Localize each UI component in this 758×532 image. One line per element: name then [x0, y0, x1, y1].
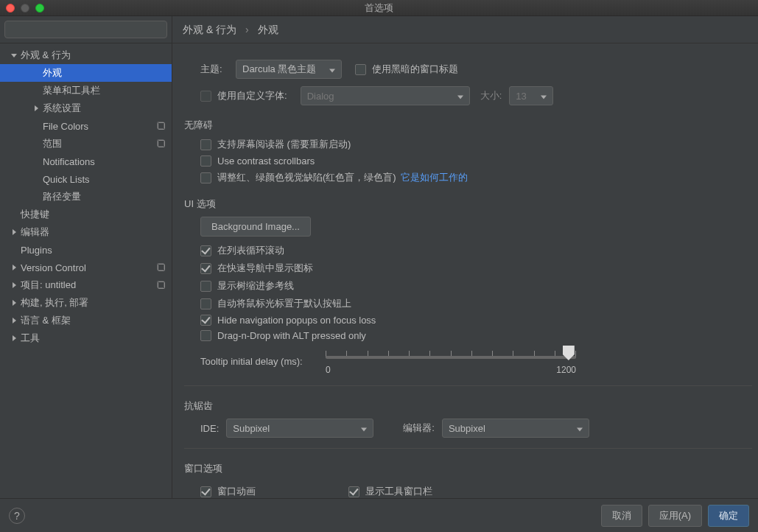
animate-windows-checkbox[interactable]	[200, 486, 211, 497]
sidebar-item-label: 系统设置	[43, 102, 172, 115]
color-deficiency-checkbox[interactable]	[200, 172, 211, 183]
theme-select-value: Darcula 黑色主题	[242, 63, 316, 76]
dark-title-checkbox[interactable]	[355, 64, 366, 75]
sidebar-item-label: 路径变量	[43, 190, 172, 203]
sidebar-item-label: Version Control	[21, 262, 157, 273]
background-image-button[interactable]: Background Image...	[200, 217, 311, 237]
titlebar: 首选项	[0, 0, 758, 16]
chevron-down-icon	[10, 52, 18, 59]
sidebar-item-label: 项目: untitled	[21, 279, 157, 292]
close-window-button[interactable]	[6, 4, 15, 13]
sidebar-item-5[interactable]: 范围	[0, 135, 172, 153]
breadcrumb-root[interactable]: 外观 & 行为	[183, 24, 236, 35]
sidebar-item-3[interactable]: 系统设置	[0, 99, 172, 117]
tree-indent-checkbox[interactable]	[200, 281, 211, 292]
editor-aa-value: Subpixel	[449, 423, 485, 434]
dark-title-label: 使用黑暗的窗口标题	[372, 63, 458, 76]
font-size-field[interactable]: 13	[509, 86, 553, 105]
editor-aa-label: 编辑器:	[403, 421, 435, 435]
sidebar-item-12[interactable]: Version Control	[0, 259, 172, 276]
dialog-footer: ? 取消 应用(A) 确定	[0, 498, 758, 532]
maximize-window-button[interactable]	[35, 4, 44, 13]
auto-cursor-checkbox[interactable]	[200, 298, 211, 309]
breadcrumb: 外观 & 行为 › 外观	[172, 16, 758, 43]
sidebar-item-label: 构建, 执行, 部署	[21, 296, 172, 309]
hide-popups-label: Hide navigation popups on focus loss	[217, 315, 376, 326]
minimize-window-button[interactable]	[21, 4, 29, 13]
sidebar-item-0[interactable]: 外观 & 行为	[0, 46, 172, 64]
tree-indent-label: 显示树缩进参考线	[217, 279, 294, 293]
font-family-select[interactable]: Dialog	[301, 86, 470, 105]
ide-aa-value: Subpixel	[233, 423, 270, 434]
custom-font-label: 使用自定义字体:	[217, 89, 287, 102]
chevron-right-icon	[10, 228, 18, 236]
editor-aa-select[interactable]: Subpixel	[442, 419, 589, 438]
dnd-alt-checkbox[interactable]	[200, 330, 211, 341]
toolbar-label: 显示工具窗口栏	[365, 485, 432, 498]
custom-font-checkbox[interactable]	[200, 91, 211, 102]
chevron-down-icon	[361, 423, 367, 434]
project-scope-icon	[157, 139, 167, 148]
chevron-right-icon	[32, 105, 40, 112]
screen-reader-label: 支持屏幕阅读器 (需要重新启动)	[217, 138, 351, 151]
font-size-value: 13	[516, 91, 526, 102]
how-it-works-link[interactable]: 它是如何工作的	[401, 171, 468, 184]
sidebar-item-8[interactable]: 路径变量	[0, 188, 172, 206]
sidebar-item-label: Quick Lists	[43, 174, 172, 185]
sidebar-item-14[interactable]: 构建, 执行, 部署	[0, 294, 172, 312]
theme-select[interactable]: Darcula 黑色主题	[236, 60, 342, 79]
sidebar-item-10[interactable]: 编辑器	[0, 223, 172, 241]
sidebar-item-6[interactable]: Notifications	[0, 153, 172, 170]
cyclic-list-label: 在列表循环滚动	[217, 244, 284, 257]
animate-windows-label: 窗口动画	[217, 485, 256, 498]
contrast-scrollbars-label: Use contrast scrollbars	[217, 155, 315, 167]
toolbar-checkbox[interactable]	[348, 486, 359, 497]
theme-label: 主题:	[200, 63, 227, 76]
settings-content[interactable]: 主题: Darcula 黑色主题 使用黑暗的窗口标题 使用自定义字体: Dial…	[172, 43, 758, 498]
sidebar-item-9[interactable]: 快捷键	[0, 206, 172, 223]
sidebar-item-1[interactable]: 外观	[0, 64, 172, 82]
sidebar-item-11[interactable]: Plugins	[0, 241, 172, 259]
dnd-alt-label: Drag-n-Drop with ALT pressed only	[217, 330, 366, 341]
screen-reader-checkbox[interactable]	[200, 139, 211, 150]
sidebar-item-13[interactable]: 项目: untitled	[0, 276, 172, 294]
ide-aa-select[interactable]: Subpixel	[226, 419, 373, 438]
sidebar-item-label: File Colors	[43, 121, 157, 132]
chevron-down-icon	[577, 423, 583, 434]
project-scope-icon	[157, 263, 167, 272]
ok-button[interactable]: 确定	[708, 505, 749, 527]
breadcrumb-separator: ›	[245, 24, 249, 35]
hide-popups-checkbox[interactable]	[200, 315, 211, 326]
sidebar-item-label: 快捷键	[21, 208, 172, 221]
window-options-header: 窗口选项	[184, 462, 752, 475]
sidebar-item-16[interactable]: 工具	[0, 329, 172, 347]
settings-tree[interactable]: 外观 & 行为外观菜单和工具栏系统设置File Colors范围Notifica…	[0, 43, 172, 498]
ui-options-header: UI 选项	[184, 197, 752, 211]
contrast-scrollbars-checkbox[interactable]	[200, 155, 211, 167]
sidebar-item-label: 外观 & 行为	[21, 49, 172, 62]
chevron-right-icon	[10, 335, 18, 342]
sidebar-item-15[interactable]: 语言 & 框架	[0, 312, 172, 329]
quick-nav-icons-label: 在快速导航中显示图标	[217, 262, 313, 275]
tooltip-delay-slider[interactable]: 0 1200	[326, 353, 576, 375]
chevron-down-icon	[329, 64, 335, 75]
chevron-down-icon	[457, 91, 463, 102]
quick-nav-icons-checkbox[interactable]	[200, 263, 211, 274]
help-button[interactable]: ?	[9, 508, 25, 524]
sidebar-item-2[interactable]: 菜单和工具栏	[0, 82, 172, 99]
sidebar-item-label: 工具	[21, 332, 172, 345]
chevron-right-icon	[10, 317, 18, 324]
project-scope-icon	[157, 122, 167, 130]
apply-button[interactable]: 应用(A)	[648, 505, 702, 527]
chevron-down-icon	[541, 91, 547, 102]
chevron-right-icon	[10, 281, 18, 289]
chevron-right-icon	[10, 264, 18, 271]
traffic-lights	[6, 4, 44, 13]
cancel-button[interactable]: 取消	[601, 505, 642, 527]
breadcrumb-leaf: 外观	[258, 24, 278, 35]
font-family-value: Dialog	[307, 91, 334, 102]
search-input[interactable]	[4, 21, 167, 38]
sidebar-item-4[interactable]: File Colors	[0, 117, 172, 135]
sidebar-item-7[interactable]: Quick Lists	[0, 170, 172, 188]
cyclic-list-checkbox[interactable]	[200, 245, 211, 256]
